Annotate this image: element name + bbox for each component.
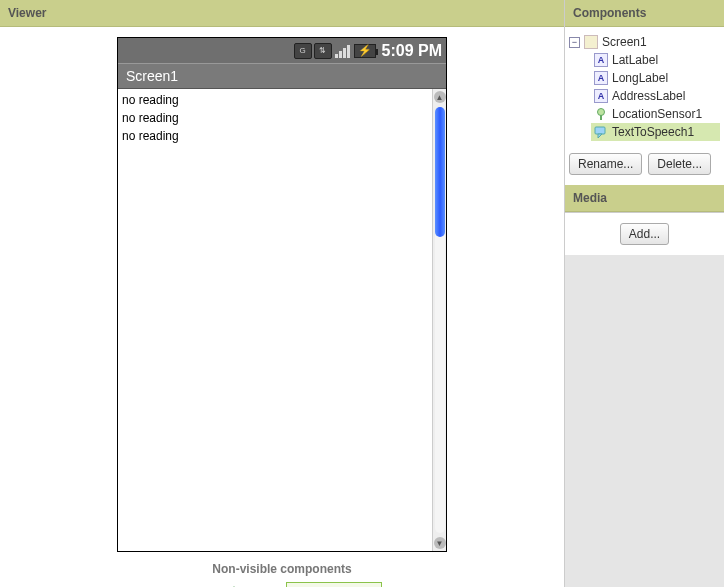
delete-button[interactable]: Delete... bbox=[648, 153, 711, 175]
data-icon: ⇅ bbox=[314, 43, 332, 59]
screen-title-bar: Screen1 bbox=[118, 63, 446, 89]
tree-item-label: LongLabel bbox=[612, 71, 668, 85]
location-icon bbox=[594, 107, 608, 121]
tree-item-label: AddressLabel bbox=[612, 89, 685, 103]
nonvisible-title: Non-visible components bbox=[0, 562, 564, 576]
add-media-button[interactable]: Add... bbox=[620, 223, 669, 245]
screen-content: no reading no reading no reading bbox=[118, 89, 432, 551]
network-g-icon: G bbox=[294, 43, 312, 59]
components-header: Components bbox=[565, 0, 724, 27]
tree-item-screen1[interactable]: Screen1 bbox=[602, 35, 647, 49]
scroll-up-icon[interactable]: ▲ bbox=[434, 91, 446, 103]
scroll-down-icon[interactable]: ▼ bbox=[434, 537, 446, 549]
lat-label[interactable]: no reading bbox=[122, 91, 428, 109]
phone-preview: G ⇅ ⚡ 5:09 PM Screen1 no reading no read… bbox=[117, 37, 447, 552]
tree-item-addresslabel[interactable]: A AddressLabel bbox=[591, 87, 720, 105]
tree-item-label: LocationSensor1 bbox=[612, 107, 702, 121]
media-header: Media bbox=[565, 185, 724, 212]
svg-point-4 bbox=[598, 109, 605, 116]
address-label[interactable]: no reading bbox=[122, 127, 428, 145]
label-icon: A bbox=[594, 53, 608, 67]
label-icon: A bbox=[594, 71, 608, 85]
battery-icon: ⚡ bbox=[354, 44, 376, 58]
tree-item-latlabel[interactable]: A LatLabel bbox=[591, 51, 720, 69]
screen-icon bbox=[584, 35, 598, 49]
signal-icon bbox=[334, 43, 352, 59]
status-bar: G ⇅ ⚡ 5:09 PM bbox=[118, 38, 446, 63]
scroll-thumb[interactable] bbox=[435, 107, 445, 237]
tree-item-locationsensor[interactable]: LocationSensor1 bbox=[591, 105, 720, 123]
tree-item-texttospeech[interactable]: TextToSpeech1 bbox=[591, 123, 720, 141]
viewer-body: G ⇅ ⚡ 5:09 PM Screen1 no reading no read… bbox=[0, 27, 564, 552]
viewer-header: Viewer bbox=[0, 0, 564, 27]
tree-item-label: TextToSpeech1 bbox=[612, 125, 694, 139]
svg-marker-7 bbox=[598, 134, 602, 138]
label-icon: A bbox=[594, 89, 608, 103]
rename-button[interactable]: Rename... bbox=[569, 153, 642, 175]
components-tree: − Screen1 A LatLabel A LongLabel A Addre… bbox=[565, 27, 724, 147]
nonvisible-item-texttospeech[interactable]: TextToSpeech1 bbox=[286, 582, 382, 587]
tree-collapse-icon[interactable]: − bbox=[569, 37, 580, 48]
long-label[interactable]: no reading bbox=[122, 109, 428, 127]
tree-item-label: LatLabel bbox=[612, 53, 658, 67]
svg-rect-6 bbox=[595, 127, 605, 134]
scrollbar[interactable]: ▲ ▼ bbox=[432, 89, 446, 551]
status-time: 5:09 PM bbox=[378, 42, 442, 60]
svg-rect-5 bbox=[600, 115, 602, 120]
tts-icon bbox=[594, 125, 608, 139]
tree-item-longlabel[interactable]: A LongLabel bbox=[591, 69, 720, 87]
nonvisible-item-locationsensor[interactable]: LocationSensor1 bbox=[182, 582, 286, 587]
